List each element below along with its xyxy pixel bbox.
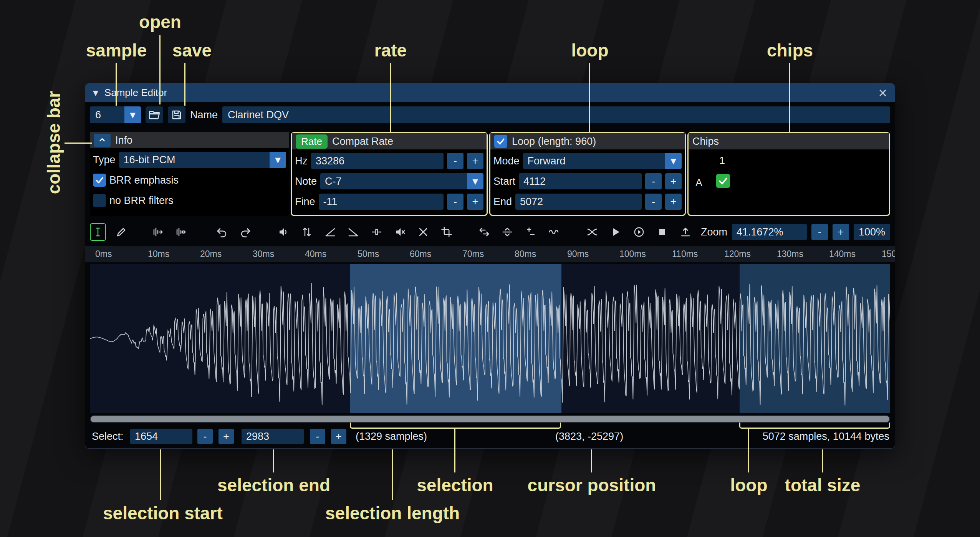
delete-button[interactable]: [415, 223, 431, 241]
preview-loop-button[interactable]: [631, 223, 647, 241]
time-label: 40ms: [305, 249, 326, 259]
draw-mode-button[interactable]: [113, 223, 129, 241]
signed-unsigned-button[interactable]: [523, 223, 539, 241]
annotation-line-save: [184, 63, 185, 106]
select-mode-button[interactable]: [90, 223, 106, 241]
chevron-down-icon[interactable]: ▼: [665, 153, 682, 169]
crossfade-loop-button[interactable]: [584, 223, 600, 241]
selection-length-text: (1329 samples): [356, 431, 427, 443]
time-label: 110ms: [672, 249, 698, 259]
loop-end-plus-button[interactable]: +: [665, 194, 682, 210]
loop-start-minus-button[interactable]: -: [645, 173, 662, 189]
selection-start-input[interactable]: [130, 429, 192, 444]
normalize-button[interactable]: [299, 223, 315, 241]
undo-icon: [216, 226, 228, 238]
check-icon: [496, 137, 505, 146]
chip-enable-checkbox[interactable]: [716, 174, 730, 188]
window-collapse-icon[interactable]: ▼: [93, 89, 98, 97]
time-label: 120ms: [724, 249, 751, 259]
chevron-down-icon[interactable]: ▼: [467, 173, 483, 189]
stop-preview-button[interactable]: [654, 223, 670, 241]
stop-icon: [656, 226, 668, 238]
play-icon: [610, 226, 621, 238]
open-sample-button[interactable]: [146, 106, 163, 123]
hz-minus-button[interactable]: -: [447, 153, 464, 169]
loop-start-plus-button[interactable]: +: [665, 173, 682, 189]
timeline-ruler[interactable]: 0ms 10ms 20ms 30ms 40ms 50ms 60ms 70ms 8…: [85, 246, 895, 262]
loop-end-minus-button[interactable]: -: [645, 194, 662, 210]
fade-out-button[interactable]: [345, 223, 361, 241]
waveform-display[interactable]: [90, 264, 890, 413]
loop-mode-value: Forward: [523, 153, 665, 169]
info-header[interactable]: Info: [90, 132, 289, 148]
fade-in-icon: [324, 226, 336, 238]
annotation-rate: rate: [352, 40, 429, 61]
loop-checkbox[interactable]: [494, 135, 507, 148]
annotation-line-total-size: [822, 449, 823, 472]
selection-end-plus-button[interactable]: +: [331, 429, 346, 444]
hz-plus-button[interactable]: +: [467, 153, 483, 169]
brr-emphasis-label: BRR emphasis: [109, 174, 179, 186]
chips-header[interactable]: Chips: [689, 133, 889, 149]
undo-button[interactable]: [214, 223, 230, 241]
annotation-line-selection: [454, 429, 455, 472]
chevron-down-icon[interactable]: ▼: [270, 152, 286, 168]
no-brr-filters-checkbox[interactable]: [93, 194, 106, 207]
flip-vertical-icon: [502, 226, 513, 238]
speaker-icon: [278, 226, 289, 238]
fine-input[interactable]: [319, 194, 444, 210]
resample-button[interactable]: [173, 223, 189, 241]
preview-button[interactable]: [608, 223, 624, 241]
chevron-down-icon[interactable]: ▼: [124, 106, 141, 123]
selection-start-minus-button[interactable]: -: [197, 429, 213, 444]
waveform-scrollbar[interactable]: [90, 415, 890, 423]
cursor-position-text: (3823, -25297): [555, 431, 623, 443]
reverse-button[interactable]: [476, 223, 492, 241]
sample-number-select[interactable]: 6 ▼: [90, 106, 141, 123]
info-panel: Info Type 16-bit PCM ▼ BRR emphasis: [90, 132, 289, 216]
loop-end-input[interactable]: [515, 194, 642, 210]
collapse-bar-button[interactable]: [94, 134, 111, 147]
scrollbar-handle[interactable]: [91, 416, 889, 422]
selection-start-plus-button[interactable]: +: [219, 429, 234, 444]
time-label: 130ms: [777, 249, 803, 259]
brr-emphasis-checkbox[interactable]: [93, 174, 106, 187]
annotation-sample: sample: [74, 40, 159, 61]
titlebar[interactable]: ▼ Sample Editor ×: [85, 83, 895, 102]
fade-in-button[interactable]: [322, 223, 338, 241]
save-sample-button[interactable]: [168, 106, 185, 123]
note-select[interactable]: C-7 ▼: [320, 173, 483, 189]
time-label: 60ms: [410, 249, 431, 259]
selection-end-input[interactable]: [242, 429, 304, 444]
annotation-collapse-bar: collapse bar: [43, 85, 64, 200]
zoom-minus-button[interactable]: -: [811, 224, 828, 240]
fine-plus-button[interactable]: +: [467, 194, 483, 210]
chips-panel: Chips 1 A: [687, 132, 890, 216]
type-select[interactable]: 16-bit PCM ▼: [119, 152, 286, 168]
import-button[interactable]: [677, 223, 694, 241]
annotation-bracket-selection: [350, 423, 561, 429]
annotation-selection-length: selection length: [325, 503, 460, 524]
time-label: 90ms: [567, 249, 589, 259]
apply-silence-button[interactable]: [392, 223, 408, 241]
trim-button[interactable]: [439, 223, 455, 241]
close-icon[interactable]: ×: [879, 86, 887, 100]
insert-silence-button[interactable]: [369, 223, 385, 241]
hz-input[interactable]: [311, 153, 444, 169]
loop-mode-select[interactable]: Forward ▼: [523, 153, 682, 169]
amplify-button[interactable]: [275, 223, 291, 241]
zoom-reset-button[interactable]: 100%: [854, 224, 890, 240]
selection-end-minus-button[interactable]: -: [310, 429, 325, 444]
loop-start-input[interactable]: [519, 173, 642, 189]
annotation-selection: selection: [417, 475, 493, 496]
resize-button[interactable]: [150, 223, 166, 241]
invert-button[interactable]: [499, 223, 515, 241]
redo-button[interactable]: [237, 223, 253, 241]
loop-header[interactable]: Loop (length: 960): [490, 133, 685, 149]
zoom-input[interactable]: [732, 224, 807, 240]
fine-minus-button[interactable]: -: [447, 194, 464, 210]
zoom-plus-button[interactable]: +: [833, 224, 849, 240]
sample-toolbar: Zoom - + 100%: [90, 223, 890, 241]
filter-button[interactable]: [546, 223, 562, 241]
rate-header[interactable]: Rate Compat Rate: [292, 133, 487, 149]
